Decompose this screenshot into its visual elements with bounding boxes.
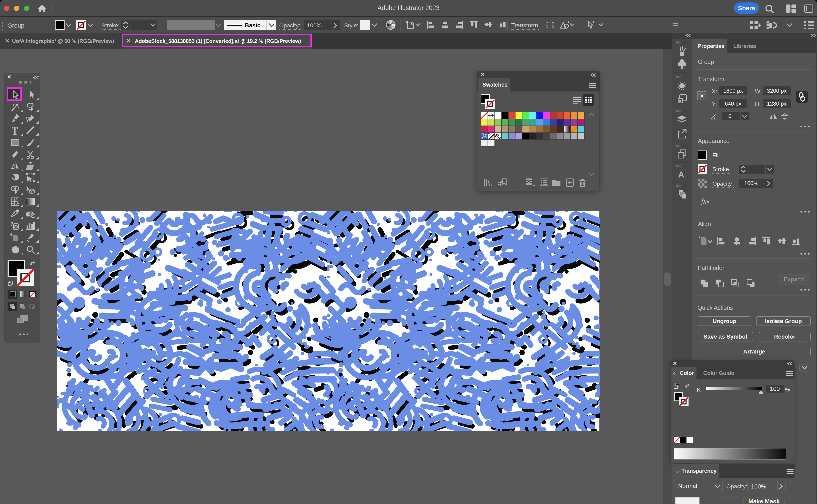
svg-text:A: A [678,170,684,179]
